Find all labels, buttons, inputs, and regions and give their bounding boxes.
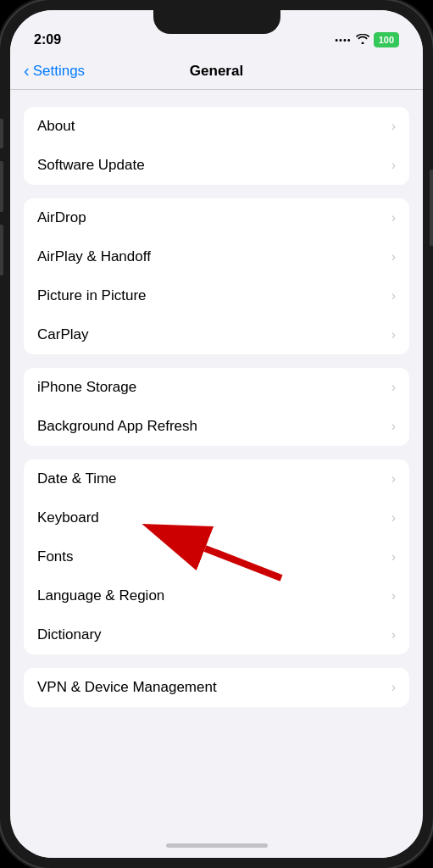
settings-label-background-app-refresh: Background App Refresh xyxy=(37,418,197,435)
signal-dots-icon: •••• xyxy=(335,35,351,45)
settings-label-fonts: Fonts xyxy=(37,548,74,565)
row-right-iphone-storage: › xyxy=(391,380,396,395)
home-bar xyxy=(166,843,268,848)
chevron-right-icon: › xyxy=(391,588,396,604)
settings-label-keyboard: Keyboard xyxy=(37,509,99,526)
notch xyxy=(153,10,280,34)
chevron-right-icon: › xyxy=(391,249,396,264)
chevron-right-icon: › xyxy=(391,327,396,342)
row-right-background-app-refresh: › xyxy=(391,419,396,434)
chevron-right-icon: › xyxy=(391,510,396,526)
wifi-icon xyxy=(356,32,369,47)
chevron-right-icon: › xyxy=(391,380,396,395)
chevron-right-icon: › xyxy=(391,680,396,695)
chevron-right-icon: › xyxy=(391,288,396,303)
power-button xyxy=(430,170,433,246)
chevron-right-icon: › xyxy=(391,119,396,134)
chevron-right-icon: › xyxy=(391,419,396,434)
settings-row-software-update[interactable]: Software Update› xyxy=(24,146,409,185)
page-title: General xyxy=(190,63,243,80)
back-chevron-icon: ‹ xyxy=(24,62,30,79)
row-right-airdrop: › xyxy=(391,210,396,225)
settings-label-language-region: Language & Region xyxy=(37,587,164,604)
row-right-vpn-device-management: › xyxy=(391,680,396,695)
settings-row-airplay-handoff[interactable]: AirPlay & Handoff› xyxy=(24,237,409,276)
settings-scroll-content: About›Software Update›AirDrop›AirPlay & … xyxy=(10,90,423,832)
chevron-right-icon: › xyxy=(391,549,396,565)
settings-label-dictionary: Dictionary xyxy=(37,626,102,643)
row-right-picture-in-picture: › xyxy=(391,288,396,303)
row-right-dictionary: › xyxy=(391,627,396,643)
nav-bar: ‹ Settings General xyxy=(10,53,423,90)
row-right-about: › xyxy=(391,119,396,134)
back-button[interactable]: ‹ Settings xyxy=(24,63,85,80)
settings-label-picture-in-picture: Picture in Picture xyxy=(37,287,147,304)
row-right-software-update: › xyxy=(391,158,396,173)
status-time: 2:09 xyxy=(34,32,61,47)
row-right-keyboard: › xyxy=(391,510,396,526)
settings-label-airplay-handoff: AirPlay & Handoff xyxy=(37,248,151,265)
settings-label-about: About xyxy=(37,118,75,135)
settings-row-background-app-refresh[interactable]: Background App Refresh› xyxy=(24,407,409,446)
chevron-right-icon: › xyxy=(391,627,396,643)
settings-row-airdrop[interactable]: AirDrop› xyxy=(24,198,409,237)
back-label: Settings xyxy=(33,63,85,80)
chevron-right-icon: › xyxy=(391,158,396,173)
settings-row-language-region[interactable]: Language & Region› xyxy=(24,576,409,615)
row-right-fonts: › xyxy=(391,549,396,565)
settings-group-group1: About›Software Update› xyxy=(24,107,409,185)
settings-label-airdrop: AirDrop xyxy=(37,209,86,226)
settings-row-date-time[interactable]: Date & Time› xyxy=(24,459,409,498)
chevron-right-icon: › xyxy=(391,210,396,225)
settings-row-iphone-storage[interactable]: iPhone Storage› xyxy=(24,368,409,407)
status-icons: •••• 100 xyxy=(335,32,399,47)
settings-label-date-time: Date & Time xyxy=(37,470,117,487)
settings-row-about[interactable]: About› xyxy=(24,107,409,146)
row-right-language-region: › xyxy=(391,588,396,604)
phone-screen: 2:09 •••• 100 ‹ Settings General xyxy=(10,10,423,858)
volume-down-button xyxy=(0,225,3,275)
row-right-date-time: › xyxy=(391,471,396,487)
chevron-right-icon: › xyxy=(391,471,396,487)
row-right-carplay: › xyxy=(391,327,396,342)
mute-switch xyxy=(0,119,3,148)
settings-row-keyboard[interactable]: Keyboard› xyxy=(24,498,409,537)
settings-group-group3: iPhone Storage›Background App Refresh› xyxy=(24,368,409,446)
settings-group-group2: AirDrop›AirPlay & Handoff›Picture in Pic… xyxy=(24,198,409,354)
settings-label-vpn-device-management: VPN & Device Management xyxy=(37,679,217,696)
row-right-airplay-handoff: › xyxy=(391,249,396,264)
settings-row-carplay[interactable]: CarPlay› xyxy=(24,315,409,354)
volume-up-button xyxy=(0,161,3,212)
home-indicator xyxy=(10,832,423,858)
settings-row-vpn-device-management[interactable]: VPN & Device Management› xyxy=(24,668,409,707)
settings-group-group5: VPN & Device Management› xyxy=(24,668,409,707)
settings-label-carplay: CarPlay xyxy=(37,326,88,343)
settings-row-picture-in-picture[interactable]: Picture in Picture› xyxy=(24,276,409,315)
settings-row-dictionary[interactable]: Dictionary› xyxy=(24,615,409,654)
settings-group-group4: Date & Time›Keyboard›Fonts›Language & Re… xyxy=(24,459,409,654)
phone-frame: 2:09 •••• 100 ‹ Settings General xyxy=(0,0,433,868)
settings-row-fonts[interactable]: Fonts› xyxy=(24,537,409,576)
battery-indicator: 100 xyxy=(374,32,399,47)
settings-label-software-update: Software Update xyxy=(37,157,145,174)
settings-label-iphone-storage: iPhone Storage xyxy=(37,379,136,396)
